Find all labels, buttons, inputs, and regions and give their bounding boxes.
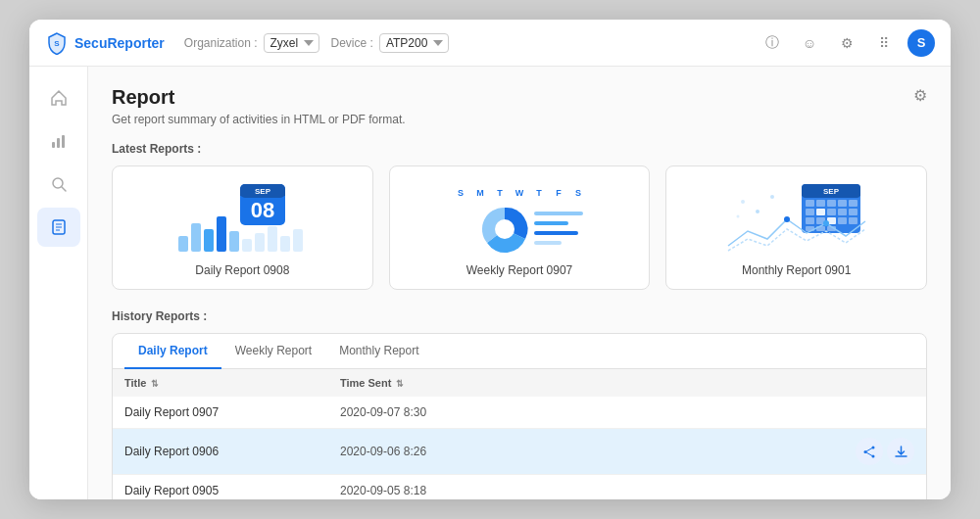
table-row[interactable]: Daily Report 0907 2020-09-07 8:30	[113, 397, 926, 429]
row-time: 2020-09-05 8:18	[340, 484, 914, 497]
avatar[interactable]: S	[907, 29, 935, 57]
svg-rect-37	[534, 241, 562, 245]
sidebar-item-home[interactable]	[37, 78, 80, 118]
main-layout: Report ⚙ Get report summary of activitie…	[29, 67, 951, 499]
sidebar	[29, 67, 88, 499]
grid-icon[interactable]: ⠿	[870, 29, 898, 57]
svg-text:T: T	[536, 188, 542, 198]
history-label: History Reports :	[112, 309, 927, 323]
page-settings-icon[interactable]: ⚙	[913, 86, 927, 105]
daily-report-card[interactable]: SEP 08	[112, 165, 373, 290]
svg-rect-19	[229, 231, 239, 252]
weekly-illustration: S M T W T F S	[402, 182, 638, 256]
svg-rect-20	[242, 239, 252, 252]
download-button[interactable]	[887, 438, 914, 465]
svg-rect-43	[816, 200, 825, 207]
topbar-icons: ⓘ ☺ ⚙ ⠿ S	[759, 29, 935, 57]
svg-rect-50	[838, 209, 847, 215]
svg-rect-23	[280, 236, 290, 252]
row-title: Daily Report 0905	[124, 484, 340, 497]
logo-text: SecuReporter	[74, 35, 165, 51]
app-window: S SecuReporter Organization : Zyxel Devi…	[29, 20, 951, 499]
svg-text:S: S	[575, 188, 581, 198]
svg-text:S: S	[54, 39, 60, 48]
row-title: Daily Report 0906	[124, 445, 340, 458]
weekly-report-card[interactable]: S M T W T F S	[389, 165, 651, 290]
org-select[interactable]: Zyxel	[264, 33, 319, 53]
tab-weekly[interactable]: Weekly Report	[221, 334, 325, 369]
svg-text:SEP: SEP	[823, 187, 840, 196]
logo-area: S SecuReporter	[45, 31, 165, 55]
svg-rect-35	[534, 221, 568, 225]
table-row[interactable]: Daily Report 0905 2020-09-05 8:18	[113, 475, 926, 499]
svg-rect-42	[806, 200, 814, 207]
settings-icon[interactable]: ⚙	[833, 29, 860, 57]
svg-rect-47	[806, 209, 814, 215]
svg-text:F: F	[556, 188, 562, 198]
svg-rect-48	[816, 209, 825, 215]
svg-rect-52	[806, 217, 814, 224]
svg-rect-3	[62, 135, 65, 148]
svg-text:W: W	[515, 188, 524, 198]
org-group: Organization : Zyxel	[184, 33, 319, 53]
col-title: Title ⇅	[124, 377, 340, 389]
svg-rect-22	[268, 226, 277, 252]
content-area: Report ⚙ Get report summary of activitie…	[88, 67, 951, 499]
sort-title-icon[interactable]: ⇅	[151, 379, 159, 389]
svg-point-65	[770, 195, 774, 199]
tab-daily[interactable]: Daily Report	[124, 334, 221, 369]
svg-line-69	[866, 448, 872, 451]
svg-line-5	[62, 187, 66, 191]
svg-rect-56	[849, 217, 858, 224]
svg-rect-36	[534, 231, 578, 235]
latest-label: Latest Reports :	[112, 142, 927, 156]
svg-rect-49	[827, 209, 836, 215]
row-title: Daily Report 0907	[124, 405, 340, 419]
info-icon[interactable]: ⓘ	[759, 29, 786, 57]
svg-rect-17	[204, 229, 214, 252]
svg-rect-2	[57, 138, 60, 148]
monthly-report-card[interactable]: SEP	[665, 165, 927, 290]
history-tabs: Daily Report Weekly Report Monthly Repor…	[113, 334, 926, 369]
row-actions	[856, 438, 914, 465]
svg-point-63	[756, 210, 760, 213]
table-row[interactable]: Daily Report 0906 2020-09-06 8:26	[113, 429, 926, 475]
share-button[interactable]	[856, 438, 883, 465]
svg-rect-51	[849, 209, 858, 215]
smiley-icon[interactable]: ☺	[796, 29, 823, 57]
content-header: Report ⚙	[112, 86, 927, 109]
weekly-report-title: Weekly Report 0907	[466, 263, 573, 277]
monthly-illustration: SEP	[678, 182, 914, 256]
svg-rect-46	[849, 200, 858, 207]
svg-rect-16	[191, 223, 201, 252]
daily-report-title: Daily Report 0908	[195, 263, 289, 277]
svg-point-62	[741, 200, 745, 204]
svg-rect-21	[255, 233, 265, 252]
svg-rect-15	[178, 236, 188, 252]
device-group: Device : ATP200	[331, 33, 449, 53]
page-subtitle: Get report summary of activities in HTML…	[112, 113, 927, 126]
svg-rect-24	[293, 229, 303, 252]
svg-text:M: M	[476, 188, 484, 198]
svg-rect-34	[534, 212, 583, 215]
tab-monthly[interactable]: Monthly Report	[325, 334, 432, 369]
sidebar-item-report[interactable]	[37, 208, 80, 247]
device-label: Device :	[331, 36, 373, 50]
sidebar-item-search[interactable]	[37, 165, 80, 204]
svg-point-33	[495, 219, 514, 239]
sort-time-icon[interactable]: ⇅	[396, 379, 404, 389]
svg-rect-55	[838, 217, 847, 224]
report-table: Title ⇅ Time Sent ⇅ Daily Report 0907 20…	[113, 369, 926, 499]
svg-rect-45	[838, 200, 847, 207]
table-header: Title ⇅ Time Sent ⇅	[113, 369, 926, 397]
sidebar-item-analytics[interactable]	[37, 121, 80, 161]
daily-illustration: SEP 08	[124, 182, 361, 256]
row-time: 2020-09-06 8:26	[340, 445, 598, 458]
device-select[interactable]: ATP200	[379, 33, 449, 53]
history-section: Daily Report Weekly Report Monthly Repor…	[112, 333, 927, 499]
logo-icon: S	[45, 31, 69, 55]
topbar: S SecuReporter Organization : Zyxel Devi…	[29, 20, 951, 67]
svg-point-60	[784, 216, 790, 222]
col-time: Time Sent ⇅	[340, 377, 914, 389]
org-label: Organization :	[184, 36, 258, 50]
